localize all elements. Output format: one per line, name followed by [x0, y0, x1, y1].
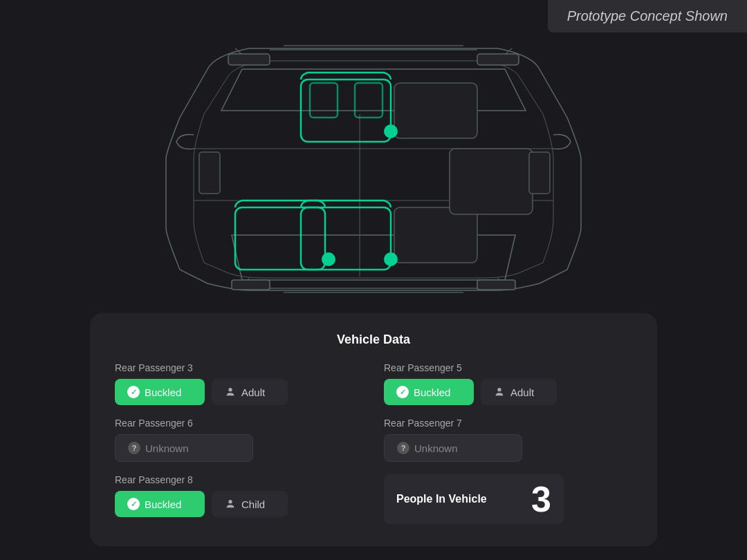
vehicle-data-panel: Vehicle Data Rear Passenger 3 Buckled Ad… — [90, 313, 657, 546]
passenger-7-unknown-badge: ? Unknown — [384, 434, 522, 462]
question-icon-6: ? — [128, 442, 140, 454]
svg-point-29 — [228, 500, 232, 503]
people-in-vehicle-block: People In Vehicle 3 — [384, 474, 632, 524]
passenger-3-type-badge: Adult — [212, 379, 288, 405]
svg-rect-13 — [450, 149, 533, 214]
people-count-label: People In Vehicle — [396, 493, 487, 505]
svg-rect-7 — [228, 54, 270, 65]
passenger-7-block: Rear Passenger 7 ? Unknown — [384, 418, 632, 462]
svg-rect-17 — [310, 83, 338, 118]
svg-point-28 — [497, 388, 501, 391]
svg-rect-11 — [394, 83, 477, 138]
passenger-3-block: Rear Passenger 3 Buckled Adult — [115, 362, 363, 405]
question-icon-7: ? — [397, 442, 409, 454]
panel-title: Vehicle Data — [115, 333, 632, 347]
svg-rect-10 — [477, 280, 515, 290]
car-diagram-area: ‹ ‹ ‹ — [0, 0, 747, 318]
passenger-5-buckled-badge: Buckled — [384, 379, 474, 405]
car-diagram: ‹ ‹ ‹ — [97, 14, 650, 304]
svg-rect-12 — [394, 207, 477, 263]
passengers-grid: Rear Passenger 3 Buckled Adult Rear Pass… — [115, 362, 632, 524]
passenger-8-block: Rear Passenger 8 Buckled Child — [115, 474, 363, 524]
passenger-6-unknown-badge: ? Unknown — [115, 434, 253, 462]
passenger-6-badges: ? Unknown — [115, 434, 363, 462]
svg-rect-21 — [235, 207, 325, 270]
passenger-5-label: Rear Passenger 5 — [384, 362, 632, 373]
passenger-3-badges: Buckled Adult — [115, 379, 363, 405]
passenger-3-buckled-badge: Buckled — [115, 379, 205, 405]
svg-text:‹: ‹ — [389, 254, 392, 265]
people-count-number: 3 — [531, 481, 551, 517]
svg-rect-8 — [477, 54, 519, 65]
person-icon — [224, 386, 237, 398]
svg-rect-15 — [529, 152, 550, 194]
passenger-6-label: Rear Passenger 6 — [115, 418, 363, 429]
passenger-8-badges: Buckled Child — [115, 491, 363, 517]
svg-rect-14 — [199, 152, 220, 194]
passenger-7-badges: ? Unknown — [384, 434, 632, 462]
svg-rect-18 — [355, 83, 382, 118]
passenger-5-badges: Buckled Adult — [384, 379, 632, 405]
person-icon-8 — [224, 498, 237, 510]
passenger-5-type-badge: Adult — [481, 379, 557, 405]
svg-point-27 — [228, 388, 232, 391]
passenger-3-label: Rear Passenger 3 — [115, 362, 363, 373]
check-icon-5 — [396, 386, 409, 398]
check-icon-8 — [127, 498, 140, 510]
passenger-8-buckled-badge: Buckled — [115, 491, 205, 517]
person-icon-5 — [493, 386, 506, 398]
svg-rect-22 — [301, 207, 391, 270]
svg-rect-9 — [232, 280, 270, 290]
people-count-container: People In Vehicle 3 — [384, 474, 564, 524]
passenger-8-label: Rear Passenger 8 — [115, 474, 363, 485]
passenger-6-block: Rear Passenger 6 ? Unknown — [115, 418, 363, 462]
passenger-7-label: Rear Passenger 7 — [384, 418, 632, 429]
svg-text:‹: ‹ — [327, 254, 330, 265]
check-icon — [127, 386, 140, 398]
passenger-5-block: Rear Passenger 5 Buckled Adult — [384, 362, 632, 405]
svg-text:‹: ‹ — [389, 127, 392, 137]
passenger-8-type-badge: Child — [212, 491, 288, 517]
